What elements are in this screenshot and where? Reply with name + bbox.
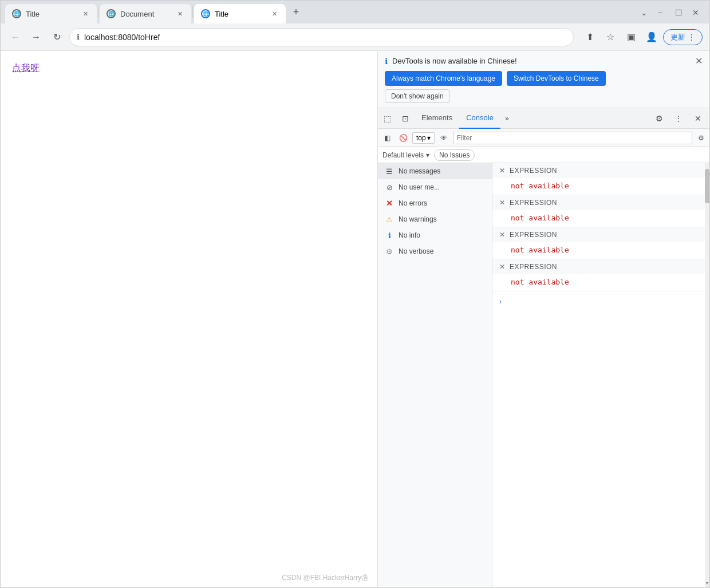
devtools-settings-icon[interactable]: ⚙ <box>651 111 667 127</box>
tab3-close[interactable]: ✕ <box>270 9 279 18</box>
tab-separator-2 <box>192 6 193 18</box>
notification-row1: ℹ DevTools is now available in Chinese! … <box>385 56 703 66</box>
default-levels-label: Default levels <box>382 151 424 159</box>
levels-dropdown-icon: ▾ <box>426 151 429 159</box>
filter-warnings[interactable]: ⚠ No warnings <box>378 211 492 227</box>
watch-expr-4: ✕ Expression not available <box>492 259 709 291</box>
watch-expr-2-value: not available <box>492 210 709 227</box>
watch-expr-2-header: ✕ Expression <box>492 195 709 210</box>
filter-user-messages[interactable]: ⊘ No user me... <box>378 179 492 195</box>
watch-expr-1-remove[interactable]: ✕ <box>499 167 505 175</box>
lock-icon: ℹ <box>77 33 80 41</box>
filter-messages[interactable]: ☰ No messages <box>378 163 492 179</box>
forward-button[interactable]: → <box>28 29 44 45</box>
watch-expr-1-value: not available <box>492 178 709 195</box>
console-filters: ☰ No messages ⊘ No user me... ✕ No error… <box>378 163 492 587</box>
tab-console[interactable]: Console <box>459 108 500 129</box>
devtools-subtoolbar: ◧ 🚫 top ▾ 👁 ⚙ <box>378 129 709 147</box>
filter-user-label: No user me... <box>399 183 440 191</box>
no-issues-badge[interactable]: No Issues <box>434 149 475 161</box>
watch-expr-3: ✕ Expression not available <box>492 227 709 259</box>
info-icon: ℹ <box>385 57 388 66</box>
devtools-panel: ℹ DevTools is now available in Chinese! … <box>377 51 709 587</box>
scrollbar-down-icon[interactable]: ▼ <box>705 578 709 587</box>
tab-1[interactable]: 🌐 Title ✕ <box>5 4 97 23</box>
scrollbar-thumb[interactable] <box>705 169 709 203</box>
match-language-button[interactable]: Always match Chrome's language <box>385 71 502 86</box>
watch-expr-2: ✕ Expression not available <box>492 195 709 227</box>
watch-expr-3-label: Expression <box>510 231 557 239</box>
minimize-button[interactable]: − <box>658 8 666 16</box>
title-bar: 🌐 Title ✕ 🌐 Document ✕ 🌐 Title ✕ + ⌄ − ☐… <box>1 1 709 23</box>
tab-elements[interactable]: Elements <box>415 108 459 129</box>
tab1-close[interactable]: ✕ <box>81 9 90 18</box>
devtools-levels: Default levels ▾ No Issues <box>378 147 709 163</box>
watch-expr-2-remove[interactable]: ✕ <box>499 199 505 207</box>
notification-close-icon[interactable]: ✕ <box>695 56 703 66</box>
watch-expr-4-label: Expression <box>510 263 557 271</box>
windows-list-icon[interactable]: ⌄ <box>641 8 649 16</box>
devtools-notification: ℹ DevTools is now available in Chinese! … <box>378 51 709 108</box>
filter-info[interactable]: ℹ No info <box>378 227 492 243</box>
default-levels-dropdown[interactable]: Default levels ▾ <box>382 151 429 159</box>
devtools-tabs: Elements Console » <box>415 108 650 129</box>
tab-2[interactable]: 🌐 Document ✕ <box>100 4 191 23</box>
console-chevron-icon: › <box>499 298 502 306</box>
filter-settings-icon[interactable]: ⚙ <box>695 132 707 144</box>
filter-warnings-label: No warnings <box>399 215 437 223</box>
dont-show-again-button[interactable]: Don't show again <box>385 89 450 103</box>
tab2-close[interactable]: ✕ <box>175 9 184 18</box>
filter-input[interactable] <box>453 132 692 144</box>
reader-mode-icon[interactable]: ▣ <box>622 28 640 46</box>
filter-verbose[interactable]: ⚙ No verbose <box>378 243 492 259</box>
tab-3[interactable]: 🌐 Title ✕ <box>194 4 286 23</box>
back-button[interactable]: ← <box>7 29 23 45</box>
profile-icon[interactable]: 👤 <box>642 28 661 46</box>
filter-errors[interactable]: ✕ No errors <box>378 195 492 211</box>
switch-to-chinese-button[interactable]: Switch DevTools to Chinese <box>507 71 606 86</box>
context-selector[interactable]: top ▾ <box>412 132 435 144</box>
tab1-title: Title <box>26 10 76 18</box>
close-button[interactable]: ✕ <box>692 8 700 16</box>
warnings-icon: ⚠ <box>385 215 394 224</box>
tab2-favicon: 🌐 <box>107 9 116 18</box>
watch-expr-1: ✕ Expression not available <box>492 163 709 195</box>
sidebar-toggle-icon[interactable]: ◧ <box>380 131 394 145</box>
tab1-favicon: 🌐 <box>12 9 21 18</box>
context-label: top <box>416 134 426 142</box>
errors-icon: ✕ <box>385 199 394 208</box>
watch-expr-4-remove[interactable]: ✕ <box>499 263 505 271</box>
bookmark-icon[interactable]: ☆ <box>601 28 620 46</box>
more-tabs-icon[interactable]: » <box>500 115 514 123</box>
user-messages-icon: ⊘ <box>385 183 394 192</box>
maximize-button[interactable]: ☐ <box>675 8 683 16</box>
update-button[interactable]: 更新 ⋮ <box>663 29 703 45</box>
share-icon[interactable]: ⬆ <box>581 28 599 46</box>
devtools-toolbar: ⬚ ⊡ Elements Console » ⚙ ⋮ ✕ <box>378 108 709 129</box>
address-text: localhost:8080/toHref <box>84 33 566 42</box>
device-toolbar-icon[interactable]: ⊡ <box>397 111 413 127</box>
update-label: 更新 <box>670 32 685 42</box>
tab3-favicon: 🌐 <box>201 9 210 18</box>
watch-expressions: ✕ Expression not available ✕ Expression … <box>492 163 709 587</box>
page-link[interactable]: 点我呀 <box>12 63 40 73</box>
eye-icon[interactable]: 👁 <box>437 131 451 145</box>
new-tab-button[interactable]: + <box>288 4 304 20</box>
address-input-wrap[interactable]: ℹ localhost:8080/toHref <box>69 28 574 46</box>
watch-expr-3-remove[interactable]: ✕ <box>499 231 505 239</box>
filter-info-label: No info <box>399 231 420 239</box>
watermark: CSDN @FBI HackerHarry浩 <box>282 573 368 583</box>
watch-expr-1-header: ✕ Expression <box>492 163 709 178</box>
devtools-more-icon[interactable]: ⋮ <box>670 111 687 127</box>
devtools-close-icon[interactable]: ✕ <box>690 111 706 127</box>
refresh-button[interactable]: ↻ <box>49 29 65 45</box>
clear-console-icon[interactable]: 🚫 <box>396 131 410 145</box>
notification-text: DevTools is now available in Chinese! <box>392 57 517 65</box>
browser-window: 🌐 Title ✕ 🌐 Document ✕ 🌐 Title ✕ + ⌄ − ☐… <box>0 0 710 588</box>
filter-verbose-label: No verbose <box>399 247 433 255</box>
filter-errors-label: No errors <box>399 199 427 207</box>
page-content: 点我呀 CSDN @FBI HackerHarry浩 <box>1 51 377 587</box>
inspect-element-icon[interactable]: ⬚ <box>379 111 395 127</box>
watch-expr-3-header: ✕ Expression <box>492 227 709 242</box>
scrollbar-track: ▼ <box>705 163 709 587</box>
